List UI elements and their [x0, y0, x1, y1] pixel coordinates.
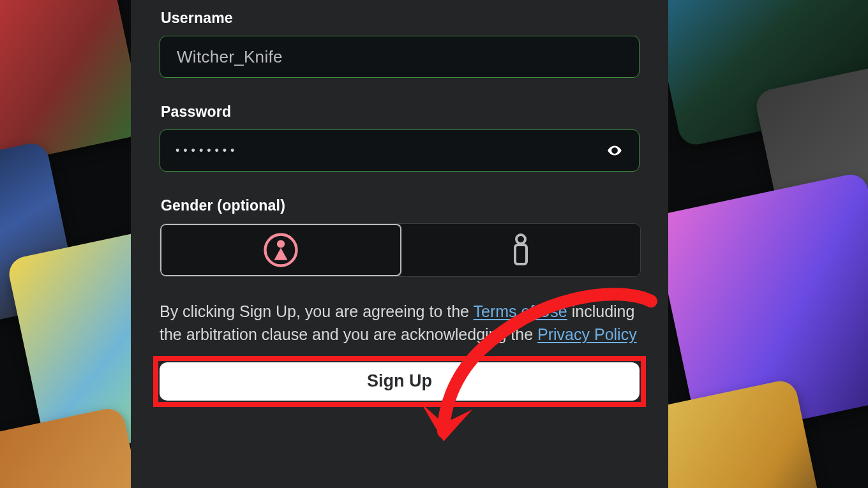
signup-button[interactable]: Sign Up [160, 362, 640, 401]
signup-panel: Username Password •••••••• Gender (optio… [131, 0, 668, 488]
svg-point-3 [516, 235, 525, 244]
gender-male-button[interactable] [401, 224, 640, 276]
signup-button-wrap: Sign Up [160, 362, 640, 401]
toggle-password-visibility-icon[interactable] [606, 142, 624, 159]
password-group: Password •••••••• [160, 103, 640, 172]
username-group: Username [160, 10, 640, 78]
gender-row [160, 223, 641, 277]
username-input[interactable] [176, 47, 624, 68]
password-field-wrap[interactable]: •••••••• [160, 129, 640, 172]
username-label: Username [161, 10, 640, 27]
password-masked-value: •••••••• [176, 144, 238, 158]
username-field-wrap[interactable] [160, 36, 640, 78]
privacy-policy-link[interactable]: Privacy Policy [537, 325, 637, 343]
svg-point-0 [613, 149, 617, 152]
female-icon [263, 232, 299, 268]
password-label: Password [161, 103, 640, 121]
svg-rect-4 [515, 245, 527, 264]
terms-of-use-link[interactable]: Terms of Use [474, 302, 567, 320]
terms-text: By clicking Sign Up, you are agreeing to… [160, 300, 640, 346]
svg-point-2 [277, 240, 285, 248]
gender-label: Gender (optional) [161, 197, 640, 214]
gender-group: Gender (optional) [160, 197, 640, 277]
terms-prefix: By clicking Sign Up, you are agreeing to… [160, 302, 474, 320]
gender-female-button[interactable] [160, 224, 401, 276]
male-icon [508, 233, 534, 267]
